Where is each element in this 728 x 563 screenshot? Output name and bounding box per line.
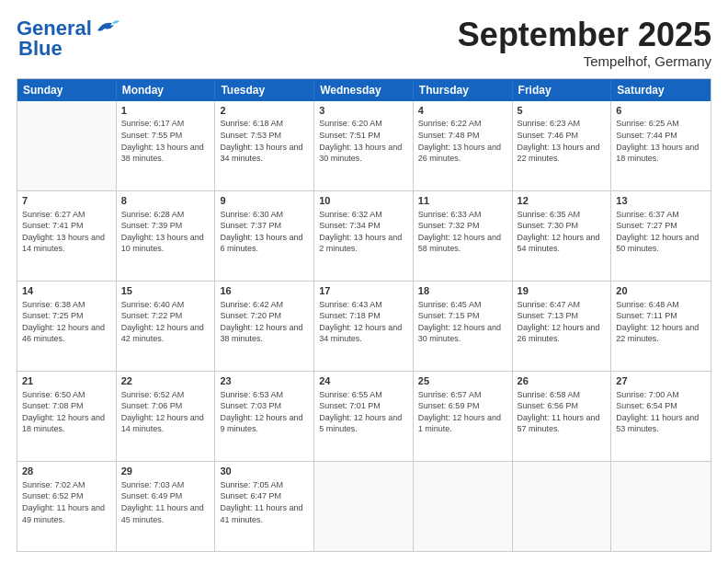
- day-number: 9: [220, 194, 309, 208]
- cell-info: Sunrise: 6:50 AM Sunset: 7:08 PM Dayligh…: [22, 389, 111, 435]
- day-number: 27: [616, 374, 706, 388]
- day-number: 13: [616, 194, 706, 208]
- calendar-header: SundayMondayTuesdayWednesdayThursdayFrid…: [17, 79, 711, 101]
- calendar-cell-0-1: 1Sunrise: 6:17 AM Sunset: 7:55 PM Daylig…: [117, 101, 216, 190]
- cell-info: Sunrise: 6:38 AM Sunset: 7:25 PM Dayligh…: [22, 299, 111, 345]
- calendar-body: 1Sunrise: 6:17 AM Sunset: 7:55 PM Daylig…: [17, 101, 711, 551]
- day-number: 18: [418, 284, 507, 298]
- day-number: 25: [418, 374, 507, 388]
- day-number: 6: [616, 104, 706, 118]
- day-number: 21: [22, 374, 111, 388]
- calendar-cell-1-1: 8Sunrise: 6:28 AM Sunset: 7:39 PM Daylig…: [117, 191, 216, 281]
- day-number: 2: [220, 104, 309, 118]
- weekday-header-tuesday: Tuesday: [215, 79, 314, 101]
- cell-info: Sunrise: 6:18 AM Sunset: 7:53 PM Dayligh…: [220, 118, 309, 164]
- header: General Blue September 2025 Tempelhof, G…: [17, 17, 711, 69]
- cell-info: Sunrise: 6:30 AM Sunset: 7:37 PM Dayligh…: [220, 209, 309, 255]
- cell-info: Sunrise: 6:37 AM Sunset: 7:27 PM Dayligh…: [616, 209, 706, 255]
- calendar-cell-0-6: 6Sunrise: 6:25 AM Sunset: 7:44 PM Daylig…: [611, 101, 711, 190]
- cell-info: Sunrise: 6:58 AM Sunset: 6:56 PM Dayligh…: [518, 389, 607, 435]
- cell-info: Sunrise: 6:42 AM Sunset: 7:20 PM Dayligh…: [220, 299, 309, 345]
- weekday-header-monday: Monday: [117, 79, 216, 101]
- calendar-cell-2-3: 17Sunrise: 6:43 AM Sunset: 7:18 PM Dayli…: [314, 282, 414, 371]
- cell-info: Sunrise: 6:48 AM Sunset: 7:11 PM Dayligh…: [616, 299, 706, 345]
- cell-info: Sunrise: 6:53 AM Sunset: 7:03 PM Dayligh…: [220, 389, 309, 435]
- calendar-cell-0-2: 2Sunrise: 6:18 AM Sunset: 7:53 PM Daylig…: [215, 101, 314, 190]
- calendar-cell-3-6: 27Sunrise: 7:00 AM Sunset: 6:54 PM Dayli…: [611, 372, 711, 461]
- calendar-cell-0-3: 3Sunrise: 6:20 AM Sunset: 7:51 PM Daylig…: [314, 101, 414, 190]
- calendar-cell-4-5: [513, 462, 612, 551]
- weekday-header-sunday: Sunday: [17, 79, 117, 101]
- cell-info: Sunrise: 6:17 AM Sunset: 7:55 PM Dayligh…: [121, 118, 210, 164]
- calendar-cell-1-2: 9Sunrise: 6:30 AM Sunset: 7:37 PM Daylig…: [215, 191, 314, 281]
- cell-info: Sunrise: 7:02 AM Sunset: 6:52 PM Dayligh…: [22, 479, 111, 525]
- calendar-cell-1-0: 7Sunrise: 6:27 AM Sunset: 7:41 PM Daylig…: [17, 191, 117, 281]
- day-number: 1: [121, 104, 210, 118]
- calendar-row-2: 14Sunrise: 6:38 AM Sunset: 7:25 PM Dayli…: [17, 281, 711, 371]
- calendar-cell-2-4: 18Sunrise: 6:45 AM Sunset: 7:15 PM Dayli…: [414, 282, 513, 371]
- calendar-cell-4-0: 28Sunrise: 7:02 AM Sunset: 6:52 PM Dayli…: [17, 462, 117, 551]
- calendar-cell-1-5: 12Sunrise: 6:35 AM Sunset: 7:30 PM Dayli…: [513, 191, 612, 281]
- day-number: 4: [418, 104, 507, 118]
- cell-info: Sunrise: 6:25 AM Sunset: 7:44 PM Dayligh…: [616, 118, 706, 164]
- day-number: 17: [319, 284, 408, 298]
- calendar-cell-0-0: [17, 101, 117, 190]
- day-number: 5: [518, 104, 607, 118]
- cell-info: Sunrise: 6:55 AM Sunset: 7:01 PM Dayligh…: [319, 389, 408, 435]
- cell-info: Sunrise: 6:57 AM Sunset: 6:59 PM Dayligh…: [418, 389, 507, 435]
- cell-info: Sunrise: 6:32 AM Sunset: 7:34 PM Dayligh…: [319, 209, 408, 255]
- calendar-cell-0-4: 4Sunrise: 6:22 AM Sunset: 7:48 PM Daylig…: [414, 101, 513, 190]
- cell-info: Sunrise: 6:27 AM Sunset: 7:41 PM Dayligh…: [22, 209, 111, 255]
- calendar-cell-4-4: [414, 462, 513, 551]
- calendar-cell-2-6: 20Sunrise: 6:48 AM Sunset: 7:11 PM Dayli…: [611, 282, 711, 371]
- calendar-cell-2-5: 19Sunrise: 6:47 AM Sunset: 7:13 PM Dayli…: [513, 282, 612, 371]
- logo-blue-text: Blue: [18, 37, 63, 61]
- calendar: SundayMondayTuesdayWednesdayThursdayFrid…: [17, 78, 711, 552]
- cell-info: Sunrise: 7:00 AM Sunset: 6:54 PM Dayligh…: [616, 389, 706, 435]
- cell-info: Sunrise: 6:45 AM Sunset: 7:15 PM Dayligh…: [418, 299, 507, 345]
- day-number: 3: [319, 104, 408, 118]
- weekday-header-thursday: Thursday: [414, 79, 513, 101]
- calendar-cell-1-4: 11Sunrise: 6:33 AM Sunset: 7:32 PM Dayli…: [414, 191, 513, 281]
- cell-info: Sunrise: 6:20 AM Sunset: 7:51 PM Dayligh…: [319, 118, 408, 164]
- cell-info: Sunrise: 6:43 AM Sunset: 7:18 PM Dayligh…: [319, 299, 408, 345]
- calendar-cell-4-1: 29Sunrise: 7:03 AM Sunset: 6:49 PM Dayli…: [117, 462, 216, 551]
- cell-info: Sunrise: 6:23 AM Sunset: 7:46 PM Dayligh…: [518, 118, 607, 164]
- calendar-cell-2-2: 16Sunrise: 6:42 AM Sunset: 7:20 PM Dayli…: [215, 282, 314, 371]
- calendar-cell-3-5: 26Sunrise: 6:58 AM Sunset: 6:56 PM Dayli…: [513, 372, 612, 461]
- cell-info: Sunrise: 7:03 AM Sunset: 6:49 PM Dayligh…: [121, 479, 210, 525]
- day-number: 29: [121, 465, 210, 478]
- calendar-cell-4-2: 30Sunrise: 7:05 AM Sunset: 6:47 PM Dayli…: [215, 462, 314, 551]
- calendar-cell-2-1: 15Sunrise: 6:40 AM Sunset: 7:22 PM Dayli…: [117, 282, 216, 371]
- cell-info: Sunrise: 6:28 AM Sunset: 7:39 PM Dayligh…: [121, 209, 210, 255]
- day-number: 16: [220, 284, 309, 298]
- day-number: 15: [121, 284, 210, 298]
- calendar-cell-3-2: 23Sunrise: 6:53 AM Sunset: 7:03 PM Dayli…: [215, 372, 314, 461]
- calendar-row-0: 1Sunrise: 6:17 AM Sunset: 7:55 PM Daylig…: [17, 101, 711, 190]
- weekday-header-friday: Friday: [513, 79, 612, 101]
- day-number: 8: [121, 194, 210, 208]
- logo: General Blue: [17, 17, 119, 61]
- calendar-cell-3-3: 24Sunrise: 6:55 AM Sunset: 7:01 PM Dayli…: [314, 372, 414, 461]
- logo-bird-icon: [94, 17, 119, 36]
- day-number: 11: [418, 194, 507, 208]
- day-number: 24: [319, 374, 408, 388]
- month-title: September 2025: [458, 17, 711, 53]
- cell-info: Sunrise: 6:47 AM Sunset: 7:13 PM Dayligh…: [518, 299, 607, 345]
- page: General Blue September 2025 Tempelhof, G…: [0, 0, 728, 563]
- day-number: 10: [319, 194, 408, 208]
- cell-info: Sunrise: 6:33 AM Sunset: 7:32 PM Dayligh…: [418, 209, 507, 255]
- day-number: 20: [616, 284, 706, 298]
- cell-info: Sunrise: 6:52 AM Sunset: 7:06 PM Dayligh…: [121, 389, 210, 435]
- day-number: 14: [22, 284, 111, 298]
- calendar-cell-4-3: [314, 462, 414, 551]
- calendar-cell-3-4: 25Sunrise: 6:57 AM Sunset: 6:59 PM Dayli…: [414, 372, 513, 461]
- calendar-row-4: 28Sunrise: 7:02 AM Sunset: 6:52 PM Dayli…: [17, 461, 711, 551]
- cell-info: Sunrise: 6:22 AM Sunset: 7:48 PM Dayligh…: [418, 118, 507, 164]
- calendar-row-1: 7Sunrise: 6:27 AM Sunset: 7:41 PM Daylig…: [17, 190, 711, 281]
- day-number: 7: [22, 194, 111, 208]
- day-number: 12: [518, 194, 607, 208]
- day-number: 23: [220, 374, 309, 388]
- day-number: 28: [22, 465, 111, 478]
- weekday-header-saturday: Saturday: [611, 79, 711, 101]
